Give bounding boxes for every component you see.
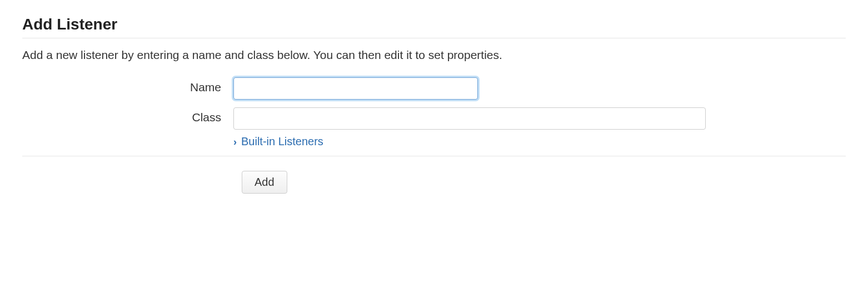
form-row-name: Name [22, 77, 846, 100]
class-input[interactable] [233, 107, 706, 130]
page-title: Add Listener [22, 16, 846, 38]
class-label: Class [22, 107, 233, 124]
divider [22, 156, 846, 156]
button-row: Add [22, 171, 846, 194]
builtin-listeners-toggle[interactable]: › Built-in Listeners [233, 135, 706, 148]
builtin-listeners-link[interactable]: Built-in Listeners [241, 135, 323, 148]
name-input[interactable] [233, 77, 478, 100]
form-row-class: Class › Built-in Listeners [22, 107, 846, 148]
name-label: Name [22, 77, 233, 94]
chevron-right-icon: › [233, 137, 237, 147]
intro-text: Add a new listener by entering a name an… [22, 48, 846, 62]
add-button[interactable]: Add [242, 171, 287, 194]
